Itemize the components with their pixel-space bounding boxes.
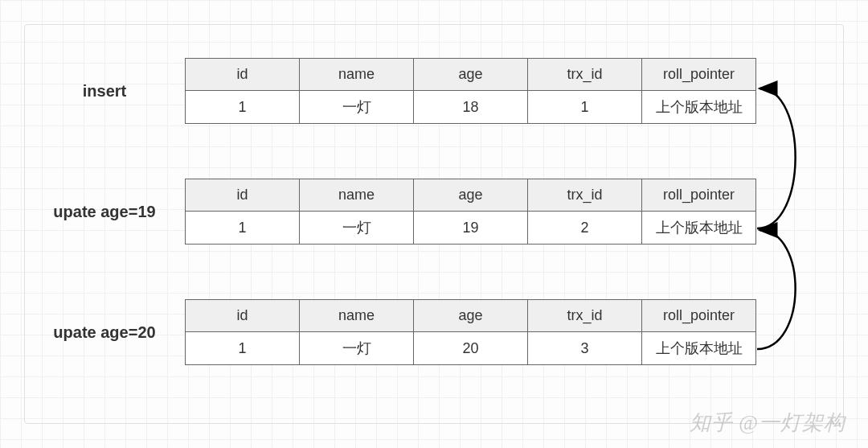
cell-age: 19 xyxy=(414,212,528,245)
col-age: age xyxy=(414,59,528,91)
table-v2: id name age trx_id roll_pointer 1 一灯 19 … xyxy=(185,179,756,245)
cell-trx-id: 3 xyxy=(528,332,642,365)
col-roll-pointer: roll_pointer xyxy=(642,179,756,212)
col-roll-pointer: roll_pointer xyxy=(642,59,756,91)
cell-id: 1 xyxy=(186,212,300,245)
row-label-insert: insert xyxy=(32,82,185,101)
table-v3: id name age trx_id roll_pointer 1 一灯 20 … xyxy=(185,299,756,365)
col-id: id xyxy=(186,179,300,212)
cell-roll-pointer: 上个版本地址 xyxy=(642,91,756,124)
col-name: name xyxy=(300,179,414,212)
cell-trx-id: 2 xyxy=(528,212,642,245)
version-row-1: insert id name age trx_id roll_pointer 1… xyxy=(32,58,756,124)
table-v1: id name age trx_id roll_pointer 1 一灯 18 … xyxy=(185,58,756,124)
col-name: name xyxy=(300,300,414,332)
cell-id: 1 xyxy=(186,91,300,124)
cell-age: 20 xyxy=(414,332,528,365)
version-row-2: upate age=19 id name age trx_id roll_poi… xyxy=(32,179,756,245)
version-row-3: upate age=20 id name age trx_id roll_poi… xyxy=(32,299,756,365)
col-trx-id: trx_id xyxy=(528,300,642,332)
cell-roll-pointer: 上个版本地址 xyxy=(642,212,756,245)
cell-name: 一灯 xyxy=(300,91,414,124)
col-name: name xyxy=(300,59,414,91)
col-id: id xyxy=(186,59,300,91)
cell-trx-id: 1 xyxy=(528,91,642,124)
row-label-update19: upate age=19 xyxy=(32,203,185,221)
table-row: 1 一灯 20 3 上个版本地址 xyxy=(186,332,756,365)
col-id: id xyxy=(186,300,300,332)
cell-id: 1 xyxy=(186,332,300,365)
cell-name: 一灯 xyxy=(300,212,414,245)
watermark: 知乎 @一灯架构 xyxy=(690,409,845,437)
cell-roll-pointer: 上个版本地址 xyxy=(642,332,756,365)
col-trx-id: trx_id xyxy=(528,59,642,91)
table-row: 1 一灯 19 2 上个版本地址 xyxy=(186,212,756,245)
cell-name: 一灯 xyxy=(300,332,414,365)
row-label-update20: upate age=20 xyxy=(32,323,185,342)
col-age: age xyxy=(414,179,528,212)
cell-age: 18 xyxy=(414,91,528,124)
table-row: 1 一灯 18 1 上个版本地址 xyxy=(186,91,756,124)
col-roll-pointer: roll_pointer xyxy=(642,300,756,332)
col-age: age xyxy=(414,300,528,332)
col-trx-id: trx_id xyxy=(528,179,642,212)
